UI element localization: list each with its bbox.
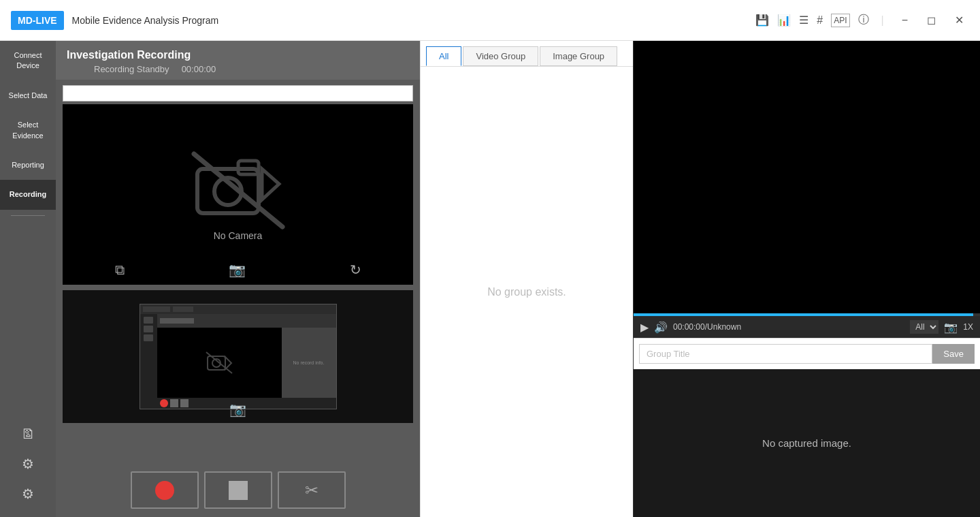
title-bar: MD-LIVE Mobile Evidence Analysis Program… <box>0 0 980 41</box>
minimize-button[interactable]: − <box>896 12 913 29</box>
recording-timer: 00:00:00 <box>182 64 216 74</box>
recording-status: Recording Standby 00:00:00 <box>67 64 409 74</box>
sidebar-item-select-evidence[interactable]: SelectEvidence <box>0 110 56 151</box>
close-button[interactable]: ✕ <box>949 11 969 29</box>
tab-image-group[interactable]: Image Group <box>540 46 617 66</box>
sidebar-item-reporting[interactable]: Reporting <box>0 151 56 180</box>
video-time-display: 00:00:00/Unknown <box>673 322 904 332</box>
sidebar-item-recording[interactable]: Recording <box>0 180 56 209</box>
info-icon[interactable]: ⓘ <box>858 13 869 27</box>
sidebar-bottom: 🖻 ⚙ ⚙ <box>0 420 56 517</box>
record-dot-icon <box>155 481 174 500</box>
right-panel: All Video Group Image Group No group exi… <box>420 41 633 517</box>
video-progress-bar[interactable] <box>634 313 980 316</box>
video-progress-fill <box>634 313 973 316</box>
api-icon[interactable]: API <box>831 14 849 27</box>
sidebar-item-connect-device[interactable]: ConnectDevice <box>0 41 56 81</box>
no-camera-icon <box>191 148 286 230</box>
expand-camera-button[interactable]: ⧉ <box>115 262 125 278</box>
title-bar-left: MD-LIVE Mobile Evidence Analysis Program <box>11 11 218 30</box>
restore-button[interactable]: ◻ <box>921 11 941 29</box>
volume-button[interactable]: 🔊 <box>654 321 668 334</box>
scissors-icon: ✂ <box>305 481 318 500</box>
gear-bottom-icon[interactable]: ⚙ <box>15 479 41 509</box>
chart-icon[interactable]: 📊 <box>777 14 791 27</box>
recording-controls: ✂ <box>56 460 420 517</box>
tab-all[interactable]: All <box>426 46 461 66</box>
screen-capture-btn-row: 📷 <box>63 401 413 418</box>
camera-dropdown-container <box>63 85 413 101</box>
video-screen <box>634 41 980 313</box>
recording-standby-label: Recording Standby <box>94 64 169 74</box>
no-capture-message: No captured image. <box>634 369 980 517</box>
sidebar-item-select-data[interactable]: Select Data <box>0 81 56 110</box>
save-button[interactable]: Save <box>932 344 975 364</box>
camera-select[interactable] <box>63 85 413 101</box>
record-button[interactable] <box>131 471 199 509</box>
svg-marker-3 <box>262 169 279 200</box>
investigation-title: Investigation Recording <box>67 49 409 61</box>
report-bottom-icon[interactable]: 🖻 <box>14 420 42 449</box>
app-title: Mobile Evidence Analysis Program <box>72 15 219 26</box>
play-button[interactable]: ▶ <box>640 321 649 334</box>
camera-controls: ⧉ 📷 ↻ <box>63 262 413 278</box>
snapshot-button[interactable]: 📷 <box>229 262 246 278</box>
clip-button[interactable]: ✂ <box>278 471 346 509</box>
camera-capture-button[interactable]: 📷 <box>944 321 958 334</box>
camera-view: No Camera ⧉ 📷 ↻ <box>63 104 413 285</box>
refresh-camera-button[interactable]: ↻ <box>350 262 361 278</box>
tab-bar: All Video Group Image Group <box>421 41 633 67</box>
tab-video-group[interactable]: Video Group <box>463 46 538 66</box>
svg-marker-7 <box>225 357 231 369</box>
sidebar: ConnectDevice Select Data SelectEvidence… <box>0 41 56 517</box>
no-group-message: No group exists. <box>421 67 633 517</box>
group-title-bar: Save <box>634 338 980 369</box>
group-title-input[interactable] <box>639 344 932 364</box>
sidebar-divider <box>11 215 44 216</box>
settings-bottom-icon[interactable]: ⚙ <box>15 449 41 479</box>
stop-icon <box>229 481 248 500</box>
center-panel: Investigation Recording Recording Standb… <box>56 41 420 517</box>
table-icon[interactable]: ☰ <box>799 14 808 27</box>
stop-button[interactable] <box>204 471 272 509</box>
hash-icon[interactable]: # <box>817 14 823 27</box>
zoom-level-display: 1X <box>963 322 973 332</box>
save-icon[interactable]: 💾 <box>755 14 769 27</box>
video-controls-bar: ▶ 🔊 00:00:00/Unknown All 📷 1X <box>634 316 980 338</box>
no-camera-text: No Camera <box>214 230 263 241</box>
main-layout: ConnectDevice Select Data SelectEvidence… <box>0 41 980 517</box>
video-panel: ▶ 🔊 00:00:00/Unknown All 📷 1X Save No ca… <box>633 41 980 517</box>
center-header: Investigation Recording Recording Standb… <box>56 41 420 80</box>
view-mode-select[interactable]: All <box>910 320 938 334</box>
title-bar-right: 💾 📊 ☰ # API ⓘ | − ◻ ✕ <box>755 11 969 29</box>
screen-capture-area: No record info. � <box>63 290 413 423</box>
app-badge: MD-LIVE <box>11 11 64 30</box>
screen-snapshot-button[interactable]: 📷 <box>229 401 246 418</box>
